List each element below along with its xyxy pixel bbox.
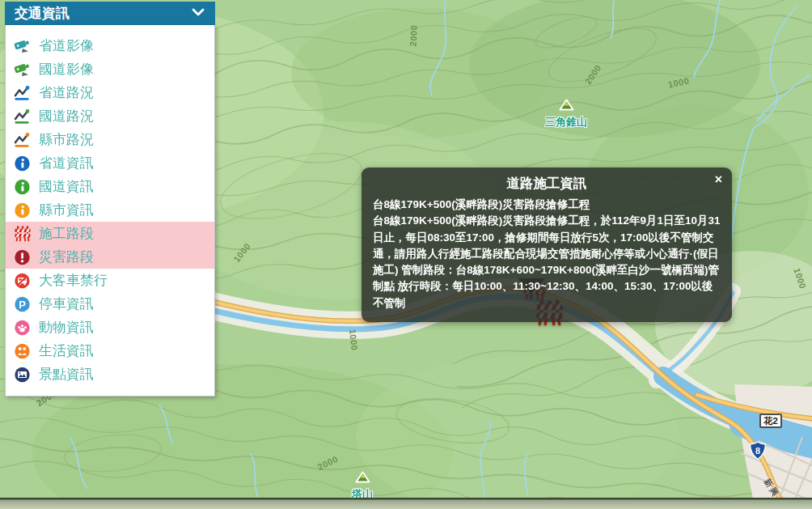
chart-icon (14, 132, 32, 148)
sidebar-item-provincial-traffic[interactable]: 省道路況 (6, 81, 214, 104)
chevron-down-icon[interactable] (191, 6, 205, 22)
provincial-highway-shield: 8 (749, 441, 767, 464)
map-edge-strip (0, 498, 812, 509)
sidebar-item-label: 縣市路況 (39, 130, 94, 149)
popup-body: 台8線179K+500(溪畔路段)災害路段搶修工程 台8線179K+500(溪畔… (373, 197, 721, 312)
info-icon (14, 202, 32, 218)
mountain-icon (559, 99, 574, 114)
info-icon (14, 155, 32, 172)
panel-header[interactable]: 交通資訊 (5, 2, 215, 25)
sidebar-item-life-info[interactable]: 生活資訊 (6, 339, 214, 363)
sidebar-item-scenic-info[interactable]: 景點資訊 (6, 363, 214, 386)
sidebar-item-bus-restriction[interactable]: 大客車禁行 (6, 269, 214, 292)
sidebar-item-label: 施工路段 (39, 224, 94, 243)
sidebar-item-label: 國道資訊 (39, 177, 94, 196)
sidebar-item-animal-info[interactable]: 動物資訊 (6, 316, 214, 339)
close-icon[interactable]: × (715, 173, 722, 186)
construction-info-popup: × 道路施工資訊 台8線179K+500(溪畔路段)災害路段搶修工程 台8線17… (362, 168, 732, 322)
sidebar-item-label: 國道路況 (39, 107, 94, 125)
sidebar-item-label: 國道影像 (39, 60, 94, 78)
sidebar-item-label: 生活資訊 (39, 341, 94, 360)
sidebar-item-label: 省道路況 (39, 83, 94, 102)
panel-title: 交通資訊 (15, 4, 70, 23)
sidebar-item-construction-sections[interactable]: 施工路段 (6, 222, 214, 245)
shield-number: 8 (755, 446, 760, 456)
county-road-badge: 花2 (759, 414, 782, 428)
popup-headline: 台8線179K+500(溪畔路段)災害路段搶修工程 (373, 197, 721, 213)
sidebar-item-label: 縣市資訊 (39, 201, 94, 219)
paw-icon (14, 320, 32, 336)
sidebar-item-county-info[interactable]: 縣市資訊 (6, 198, 214, 222)
sidebar-item-national-cctv[interactable]: 國道影像 (6, 57, 214, 81)
sidebar-item-parking-info[interactable]: P 停車資訊 (6, 292, 214, 316)
construction-icon (14, 226, 32, 242)
info-icon (14, 179, 32, 195)
sidebar-item-national-info[interactable]: 國道資訊 (6, 175, 214, 198)
sidebar-item-label: 大客車禁行 (39, 271, 108, 290)
mountain-marker-sanjiaozhui: 三角錐山 (545, 99, 587, 129)
sidebar-item-disaster-sections[interactable]: 災害路段 (6, 245, 214, 269)
sidebar-item-national-traffic[interactable]: 國道路況 (6, 104, 214, 128)
mountain-name: 三角錐山 (545, 115, 587, 129)
contour-label: 2000 (408, 24, 419, 46)
sidebar-item-label: 災害路段 (39, 248, 94, 266)
chart-icon (14, 85, 32, 101)
people-icon (14, 343, 32, 359)
sidebar-item-label: 停車資訊 (39, 295, 94, 313)
chart-icon (14, 108, 32, 125)
panel-menu: 省道影像 國道影像 省道路況 國道路況 縣市路況 (5, 25, 215, 397)
sidebar-item-provincial-info[interactable]: 省道資訊 (6, 151, 214, 175)
sidebar-item-label: 省道影像 (39, 36, 94, 55)
sidebar-item-label: 景點資訊 (39, 365, 94, 384)
sidebar-item-provincial-cctv[interactable]: 省道影像 (6, 34, 214, 57)
parking-icon: P (14, 296, 32, 312)
alert-icon (14, 249, 32, 265)
cctv-icon (14, 62, 32, 78)
bus-ban-icon (14, 273, 32, 289)
scenic-photo-icon (14, 367, 32, 383)
sidebar-item-label: 省道資訊 (39, 154, 94, 172)
svg-text:P: P (19, 298, 26, 310)
popup-detail: 台8線179K+500(溪畔路段)災害路段搶修工程，於112年9月1日至10月3… (373, 213, 721, 312)
mountain-icon (355, 471, 370, 486)
sidebar-item-county-traffic[interactable]: 縣市路況 (6, 128, 214, 151)
traffic-info-panel: 交通資訊 省道影像 國道影像 省道路況 國道 (5, 2, 215, 397)
sidebar-item-label: 動物資訊 (39, 318, 94, 337)
popup-title: 道路施工資訊 (373, 175, 721, 193)
cctv-icon (14, 38, 32, 54)
